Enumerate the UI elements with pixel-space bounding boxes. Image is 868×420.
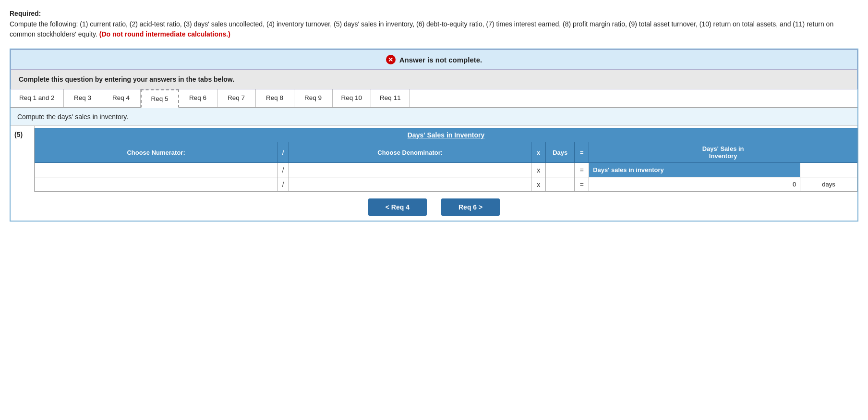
complete-message: Complete this question by entering your …	[11, 70, 857, 89]
tab-description: Compute the days' sales in inventory.	[11, 108, 857, 126]
main-content: (5) Days' Sales in Inventory	[11, 126, 857, 221]
prev-button[interactable]: < Req 4	[368, 198, 427, 216]
col-days: Days	[546, 142, 575, 163]
nav-buttons: < Req 4 Req 6 >	[11, 198, 857, 221]
days-field-2[interactable]	[550, 180, 570, 189]
days-field-1[interactable]	[550, 165, 570, 174]
days-val-1[interactable]	[546, 163, 575, 177]
table-row: / x = 0	[35, 177, 857, 192]
eq-1: =	[575, 163, 589, 177]
col-numerator: Choose Numerator:	[35, 142, 277, 163]
dsi-table: Days' Sales in Inventory Choose Numerato…	[35, 128, 857, 192]
tab-req6[interactable]: Req 6	[179, 89, 217, 107]
col-eq: =	[575, 142, 589, 163]
table-row: / x = Days' sales in inventory	[35, 163, 857, 177]
days-unit-2: days	[800, 177, 857, 192]
result-value-2[interactable]: 0	[589, 177, 800, 192]
answer-banner: ✕ Answer is not complete.	[11, 49, 857, 70]
tabs-row: Req 1 and 2 Req 3 Req 4 Req 5 Req 6 Req …	[11, 89, 857, 108]
banner-message: Answer is not complete.	[399, 56, 482, 64]
req-number: (5)	[11, 126, 35, 192]
denominator-field-2[interactable]	[293, 180, 527, 189]
days-val-2[interactable]	[546, 177, 575, 192]
tab-req7[interactable]: Req 7	[217, 89, 256, 107]
numerator-input-2[interactable]	[35, 177, 277, 192]
dsi-inner: Days' Sales in Inventory Choose Numerato…	[35, 126, 857, 192]
denominator-input-1[interactable]	[289, 163, 531, 177]
tab-req5[interactable]: Req 5	[141, 89, 179, 108]
table-title: Days' Sales in Inventory	[35, 128, 857, 142]
slash-1: /	[277, 163, 289, 177]
required-warning: (Do not round intermediate calculations.…	[99, 30, 230, 38]
error-icon: ✕	[386, 55, 396, 64]
tab-req11[interactable]: Req 11	[371, 89, 410, 107]
next-button[interactable]: Req 6 >	[441, 198, 500, 216]
tab-req1and2[interactable]: Req 1 and 2	[11, 89, 64, 107]
tab-req4[interactable]: Req 4	[102, 89, 141, 107]
section-wrapper: (5) Days' Sales in Inventory	[11, 126, 857, 192]
result-label-1: Days' sales in inventory	[589, 163, 800, 177]
x-2: x	[531, 177, 546, 192]
col-denominator: Choose Denominator:	[289, 142, 531, 163]
question-container: ✕ Answer is not complete. Complete this …	[10, 49, 858, 222]
required-section: Required: Compute the following: (1) cur…	[10, 9, 858, 40]
col-slash: /	[277, 142, 289, 163]
numerator-field-1[interactable]	[39, 165, 273, 174]
denominator-field-1[interactable]	[293, 165, 527, 174]
tab-req8[interactable]: Req 8	[256, 89, 294, 107]
col-x: x	[531, 142, 546, 163]
eq-2: =	[575, 177, 589, 192]
denominator-input-2[interactable]	[289, 177, 531, 192]
x-1: x	[531, 163, 546, 177]
required-label: Required:	[10, 10, 41, 17]
col-result: Days' Sales in Inventory	[589, 142, 857, 163]
numerator-field-2[interactable]	[39, 180, 273, 189]
numerator-input-1[interactable]	[35, 163, 277, 177]
slash-2: /	[277, 177, 289, 192]
tab-req3[interactable]: Req 3	[64, 89, 102, 107]
result-value-1	[800, 163, 857, 177]
tab-req9[interactable]: Req 9	[294, 89, 333, 107]
tab-req10[interactable]: Req 10	[333, 89, 372, 107]
